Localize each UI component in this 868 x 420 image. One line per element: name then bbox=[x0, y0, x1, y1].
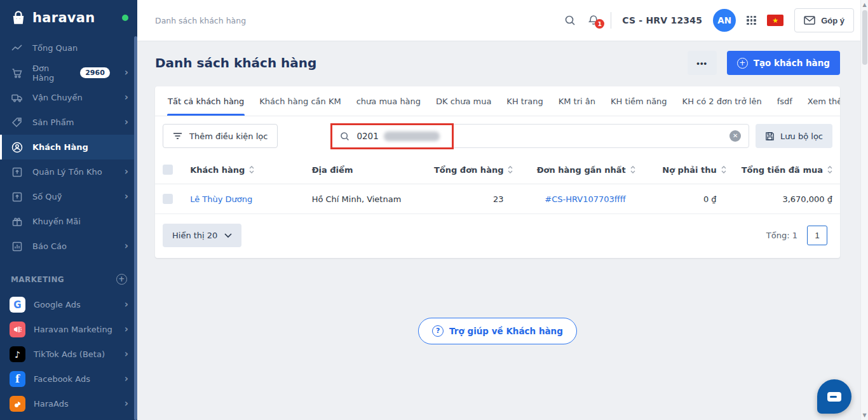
sort-icon[interactable] bbox=[508, 166, 513, 173]
tab-customers-need-promo[interactable]: Khách hàng cần KM bbox=[252, 86, 348, 116]
notifications-bell[interactable]: 1 bbox=[587, 14, 600, 27]
clear-search-icon[interactable]: ✕ bbox=[729, 130, 741, 142]
customer-total-orders: 23 bbox=[493, 194, 513, 204]
main-content: Danh sách khách hàng ••• + Tạo khách hàn… bbox=[137, 41, 868, 420]
avatar[interactable]: AN bbox=[713, 9, 736, 32]
customer-list-card: Tất cả khách hàng Khách hàng cần KM chưa… bbox=[155, 86, 840, 258]
inventory-box-icon bbox=[11, 166, 24, 179]
chevron-right-icon: › bbox=[125, 118, 128, 127]
sidebar-item-bao-cao[interactable]: Báo Cáo › bbox=[0, 234, 137, 259]
chevron-right-icon: › bbox=[125, 325, 128, 334]
save-icon bbox=[765, 132, 775, 141]
customer-receivable: 0 ₫ bbox=[703, 194, 726, 204]
col-receivable[interactable]: Nợ phải thu bbox=[662, 165, 716, 175]
sidebar-item-so-quy[interactable]: Số Quỹ › bbox=[0, 184, 137, 209]
sidebar-item-san-pham[interactable]: Sản Phẩm › bbox=[0, 110, 137, 135]
tab-not-purchased[interactable]: chưa mua hàng bbox=[349, 86, 428, 116]
trend-icon bbox=[11, 42, 24, 55]
scroll-up-arrow[interactable]: ▲ bbox=[862, 2, 866, 8]
sidebar-item-khuyen-mai[interactable]: Khuyến Mãi bbox=[0, 209, 137, 234]
sidebar-item-haraads[interactable]: HaraAds › bbox=[0, 391, 137, 416]
create-customer-button[interactable]: + Tạo khách hàng bbox=[727, 51, 840, 75]
chevron-right-icon: › bbox=[125, 68, 128, 78]
sidebar-item-quan-ly-ton-kho[interactable]: Quản Lý Tồn Kho › bbox=[0, 159, 137, 184]
chevron-right-icon: › bbox=[125, 399, 128, 409]
haravan-marketing-icon bbox=[10, 322, 25, 337]
save-filter-button[interactable]: Lưu bộ lọc bbox=[756, 124, 832, 148]
haraads-icon bbox=[10, 396, 25, 412]
tab-all-customers[interactable]: Tất cả khách hàng bbox=[160, 86, 252, 116]
apps-grid-icon[interactable] bbox=[747, 16, 756, 25]
chevron-right-icon: › bbox=[125, 93, 128, 102]
page-1-button[interactable]: 1 bbox=[807, 226, 827, 245]
tiktok-ads-icon: ♪ bbox=[10, 346, 25, 362]
logo-row: haravan bbox=[0, 0, 137, 36]
chat-fab-button[interactable] bbox=[817, 379, 851, 414]
page-size-dropdown[interactable]: Hiển thị 20 bbox=[163, 224, 241, 247]
notification-count-badge: 1 bbox=[595, 19, 604, 29]
sort-icon[interactable] bbox=[630, 166, 635, 173]
sidebar-item-van-chuyen[interactable]: Vận Chuyển › bbox=[0, 85, 137, 110]
sidebar-item-haravan-marketing[interactable]: Haravan Marketing › bbox=[0, 317, 137, 342]
sidebar-item-don-hang[interactable]: Đơn Hàng 2960 › bbox=[0, 60, 137, 85]
tab-kh-2-orders[interactable]: KH có 2 đơn trở lên bbox=[675, 86, 770, 116]
sidebar-item-tiktok-ads[interactable]: ♪ TikTok Ads (Beta) › bbox=[0, 342, 137, 367]
page-title: Danh sách khách hàng bbox=[155, 55, 316, 71]
sort-icon[interactable] bbox=[249, 166, 254, 173]
tab-fsdf[interactable]: fsdf bbox=[770, 86, 800, 116]
tab-km-tri-an[interactable]: KM tri ân bbox=[551, 86, 603, 116]
plus-circle-icon: + bbox=[737, 58, 748, 69]
vietnam-flag-icon[interactable]: ★ bbox=[767, 15, 783, 26]
status-dot bbox=[122, 15, 128, 21]
customer-table: Khách hàng Địa điểm Tổng đơn hàng Đơn hà… bbox=[155, 156, 840, 214]
scrollbar-thumb[interactable] bbox=[862, 10, 867, 65]
latest-order-link[interactable]: #CS-HRV107703ffff bbox=[545, 194, 635, 204]
sort-icon[interactable] bbox=[721, 166, 726, 173]
help-button[interactable]: ? Trợ giúp về Khách hàng bbox=[418, 318, 577, 344]
customer-search-input[interactable]: 0201 ✕ bbox=[331, 124, 749, 148]
orders-count-badge: 2960 bbox=[80, 67, 110, 78]
chevron-right-icon: › bbox=[125, 192, 128, 201]
search-icon[interactable] bbox=[564, 14, 576, 27]
chevron-down-icon bbox=[224, 233, 232, 238]
sidebar-item-tong-quan[interactable]: Tổng Quan bbox=[0, 36, 137, 60]
add-filter-button[interactable]: Thêm điều kiện lọc bbox=[163, 124, 278, 148]
sidebar-item-facebook-ads[interactable]: f Facebook Ads › bbox=[0, 367, 137, 391]
col-total-spent[interactable]: Tổng tiền đã mua bbox=[742, 165, 823, 175]
account-label: CS - HRV 12345 bbox=[622, 15, 702, 25]
scroll-down-arrow[interactable]: ▼ bbox=[862, 412, 866, 418]
truck-icon bbox=[11, 91, 24, 104]
tag-icon bbox=[11, 116, 24, 129]
chevron-right-icon: › bbox=[125, 374, 128, 384]
feedback-button[interactable]: Góp ý bbox=[794, 8, 854, 32]
row-checkbox[interactable] bbox=[163, 194, 173, 204]
question-circle-icon: ? bbox=[432, 325, 444, 337]
sidebar-scrollbar[interactable] bbox=[134, 36, 137, 420]
logo-text[interactable]: haravan bbox=[32, 10, 95, 25]
filter-icon bbox=[173, 132, 182, 140]
table-header-row: Khách hàng Địa điểm Tổng đơn hàng Đơn hà… bbox=[155, 156, 840, 184]
sort-icon[interactable] bbox=[827, 166, 832, 173]
card-footer: Hiển thị 20 Tổng: 1 1 bbox=[155, 214, 840, 258]
customer-name-link[interactable]: Lê Thùy Dương bbox=[190, 194, 252, 204]
envelope-icon bbox=[804, 16, 815, 25]
marketing-section-header: MARKETING + bbox=[0, 259, 137, 292]
customer-icon bbox=[11, 141, 24, 154]
tab-see-more[interactable]: Xem thêm bbox=[800, 86, 840, 116]
sidebar-item-khach-hang[interactable]: Khách Hàng bbox=[0, 135, 137, 159]
col-customer[interactable]: Khách hàng bbox=[190, 165, 245, 175]
col-latest-order[interactable]: Đơn hàng gần nhất bbox=[537, 165, 626, 175]
page-scrollbar[interactable]: ▲ ▼ bbox=[860, 0, 868, 420]
chevron-right-icon: › bbox=[125, 349, 128, 359]
haravan-logo-icon bbox=[9, 8, 28, 27]
sidebar-item-google-ads[interactable]: G Google Ads › bbox=[0, 292, 137, 317]
tab-kh-tiem-nang[interactable]: KH tiềm năng bbox=[603, 86, 675, 116]
chevron-right-icon: › bbox=[125, 241, 128, 251]
more-actions-button[interactable]: ••• bbox=[688, 51, 717, 75]
select-all-checkbox[interactable] bbox=[163, 165, 173, 175]
add-marketing-channel-icon[interactable]: + bbox=[116, 274, 127, 285]
col-total-orders[interactable]: Tổng đơn hàng bbox=[434, 165, 504, 175]
tab-kh-trang[interactable]: KH trang bbox=[499, 86, 550, 116]
tab-dk-chua-mua[interactable]: DK chưa mua bbox=[428, 86, 499, 116]
topbar: Danh sách khách hàng 1 CS - HRV 12345 AN… bbox=[137, 0, 868, 41]
